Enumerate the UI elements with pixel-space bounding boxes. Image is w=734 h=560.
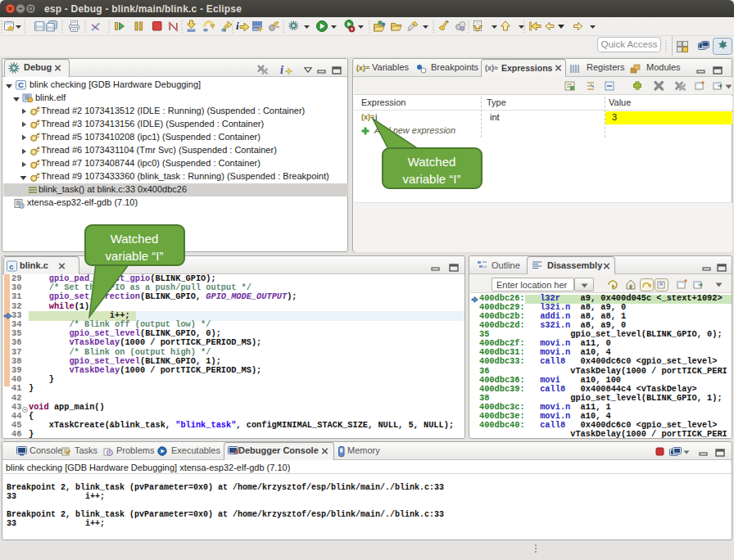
svg-text:variable “I”: variable “I”	[106, 249, 164, 263]
svg-text:variable “I”: variable “I”	[403, 172, 461, 186]
svg-text:Watched: Watched	[111, 232, 159, 246]
svg-text:i: i	[236, 20, 239, 32]
svg-text:i: i	[280, 64, 283, 75]
svg-text:C: C	[18, 80, 24, 89]
svg-text:Watched: Watched	[408, 155, 456, 169]
svg-text:c: c	[9, 261, 13, 270]
